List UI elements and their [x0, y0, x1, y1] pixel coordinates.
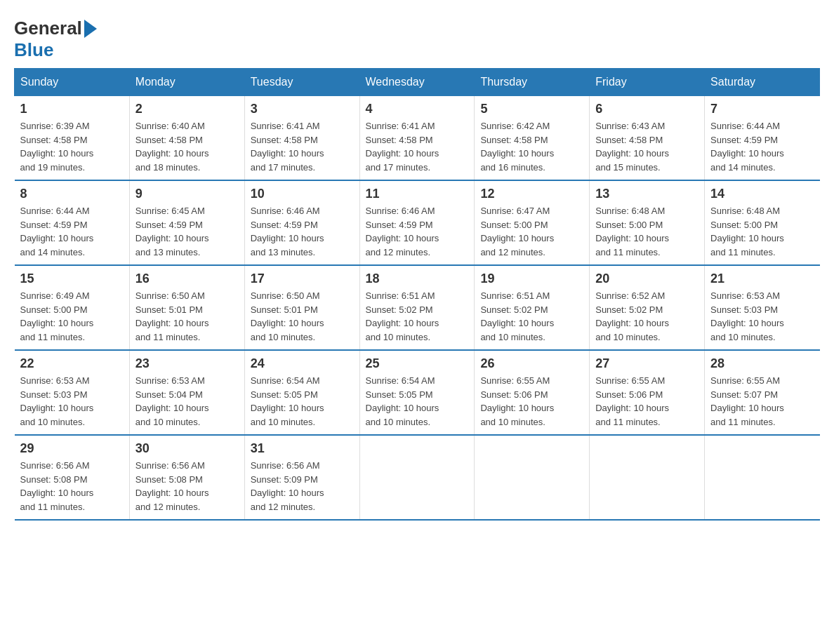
- days-of-week-row: SundayMondayTuesdayWednesdayThursdayFrid…: [15, 69, 820, 96]
- day-number: 3: [251, 102, 354, 116]
- day-number: 24: [251, 356, 354, 371]
- header-thursday: Thursday: [475, 69, 590, 96]
- calendar-cell: [475, 435, 590, 520]
- header-sunday: Sunday: [15, 69, 130, 96]
- calendar-cell: 15 Sunrise: 6:49 AM Sunset: 5:00 PM Dayl…: [15, 265, 130, 350]
- calendar-cell: 4 Sunrise: 6:41 AM Sunset: 4:58 PM Dayli…: [359, 96, 475, 181]
- week-row-5: 29 Sunrise: 6:56 AM Sunset: 5:08 PM Dayl…: [15, 435, 820, 520]
- day-info: Sunrise: 6:56 AM Sunset: 5:09 PM Dayligh…: [251, 459, 354, 514]
- day-info: Sunrise: 6:48 AM Sunset: 5:00 PM Dayligh…: [710, 204, 814, 259]
- day-number: 17: [251, 271, 354, 286]
- day-info: Sunrise: 6:46 AM Sunset: 4:59 PM Dayligh…: [251, 204, 354, 259]
- day-number: 1: [20, 102, 124, 116]
- day-info: Sunrise: 6:50 AM Sunset: 5:01 PM Dayligh…: [251, 289, 354, 344]
- calendar-cell: 18 Sunrise: 6:51 AM Sunset: 5:02 PM Dayl…: [359, 265, 475, 350]
- day-number: 10: [251, 187, 354, 201]
- calendar-cell: 9 Sunrise: 6:45 AM Sunset: 4:59 PM Dayli…: [129, 180, 244, 265]
- calendar-cell: 7 Sunrise: 6:44 AM Sunset: 4:59 PM Dayli…: [705, 96, 820, 181]
- day-info: Sunrise: 6:53 AM Sunset: 5:03 PM Dayligh…: [20, 374, 124, 429]
- week-row-3: 15 Sunrise: 6:49 AM Sunset: 5:00 PM Dayl…: [15, 265, 820, 350]
- day-number: 21: [710, 271, 814, 286]
- day-info: Sunrise: 6:55 AM Sunset: 5:06 PM Dayligh…: [595, 374, 699, 429]
- day-info: Sunrise: 6:53 AM Sunset: 5:03 PM Dayligh…: [710, 289, 814, 344]
- header-wednesday: Wednesday: [359, 69, 475, 96]
- calendar-cell: 29 Sunrise: 6:56 AM Sunset: 5:08 PM Dayl…: [15, 435, 130, 520]
- day-number: 8: [20, 187, 124, 201]
- day-info: Sunrise: 6:44 AM Sunset: 4:59 PM Dayligh…: [20, 204, 124, 259]
- calendar-cell: 30 Sunrise: 6:56 AM Sunset: 5:08 PM Dayl…: [129, 435, 244, 520]
- calendar-cell: [359, 435, 475, 520]
- calendar-cell: [590, 435, 705, 520]
- day-number: 19: [480, 271, 583, 286]
- calendar-cell: 23 Sunrise: 6:53 AM Sunset: 5:04 PM Dayl…: [129, 350, 244, 435]
- page-header: General Blue: [14, 14, 820, 61]
- calendar-body: 1 Sunrise: 6:39 AM Sunset: 4:58 PM Dayli…: [15, 96, 820, 521]
- day-info: Sunrise: 6:48 AM Sunset: 5:00 PM Dayligh…: [595, 204, 699, 259]
- day-info: Sunrise: 6:47 AM Sunset: 5:00 PM Dayligh…: [480, 204, 583, 259]
- calendar-cell: 28 Sunrise: 6:55 AM Sunset: 5:07 PM Dayl…: [705, 350, 820, 435]
- day-number: 29: [20, 441, 124, 456]
- day-info: Sunrise: 6:39 AM Sunset: 4:58 PM Dayligh…: [20, 119, 124, 174]
- week-row-2: 8 Sunrise: 6:44 AM Sunset: 4:59 PM Dayli…: [15, 180, 820, 265]
- calendar-cell: 31 Sunrise: 6:56 AM Sunset: 5:09 PM Dayl…: [244, 435, 359, 520]
- calendar-cell: [705, 435, 820, 520]
- calendar-cell: 2 Sunrise: 6:40 AM Sunset: 4:58 PM Dayli…: [129, 96, 244, 181]
- header-saturday: Saturday: [705, 69, 820, 96]
- day-info: Sunrise: 6:56 AM Sunset: 5:08 PM Dayligh…: [135, 459, 239, 514]
- calendar-cell: 20 Sunrise: 6:52 AM Sunset: 5:02 PM Dayl…: [590, 265, 705, 350]
- week-row-4: 22 Sunrise: 6:53 AM Sunset: 5:03 PM Dayl…: [15, 350, 820, 435]
- day-number: 26: [480, 356, 583, 371]
- calendar-cell: 19 Sunrise: 6:51 AM Sunset: 5:02 PM Dayl…: [475, 265, 590, 350]
- day-info: Sunrise: 6:46 AM Sunset: 4:59 PM Dayligh…: [366, 204, 469, 259]
- week-row-1: 1 Sunrise: 6:39 AM Sunset: 4:58 PM Dayli…: [15, 96, 820, 181]
- day-number: 15: [20, 271, 124, 286]
- day-info: Sunrise: 6:51 AM Sunset: 5:02 PM Dayligh…: [480, 289, 583, 344]
- day-info: Sunrise: 6:40 AM Sunset: 4:58 PM Dayligh…: [135, 119, 239, 174]
- calendar-cell: 6 Sunrise: 6:43 AM Sunset: 4:58 PM Dayli…: [590, 96, 705, 181]
- calendar-cell: 3 Sunrise: 6:41 AM Sunset: 4:58 PM Dayli…: [244, 96, 359, 181]
- calendar-cell: 5 Sunrise: 6:42 AM Sunset: 4:58 PM Dayli…: [475, 96, 590, 181]
- calendar-cell: 24 Sunrise: 6:54 AM Sunset: 5:05 PM Dayl…: [244, 350, 359, 435]
- day-info: Sunrise: 6:54 AM Sunset: 5:05 PM Dayligh…: [251, 374, 354, 429]
- day-info: Sunrise: 6:49 AM Sunset: 5:00 PM Dayligh…: [20, 289, 124, 344]
- calendar-cell: 27 Sunrise: 6:55 AM Sunset: 5:06 PM Dayl…: [590, 350, 705, 435]
- day-info: Sunrise: 6:41 AM Sunset: 4:58 PM Dayligh…: [251, 119, 354, 174]
- day-number: 30: [135, 441, 239, 456]
- day-info: Sunrise: 6:43 AM Sunset: 4:58 PM Dayligh…: [595, 119, 699, 174]
- day-number: 9: [135, 187, 239, 201]
- day-number: 7: [710, 102, 814, 116]
- day-number: 2: [135, 102, 239, 116]
- day-info: Sunrise: 6:44 AM Sunset: 4:59 PM Dayligh…: [710, 119, 814, 174]
- day-info: Sunrise: 6:51 AM Sunset: 5:02 PM Dayligh…: [366, 289, 469, 344]
- header-friday: Friday: [590, 69, 705, 96]
- calendar-cell: 14 Sunrise: 6:48 AM Sunset: 5:00 PM Dayl…: [705, 180, 820, 265]
- calendar-cell: 17 Sunrise: 6:50 AM Sunset: 5:01 PM Dayl…: [244, 265, 359, 350]
- day-number: 6: [595, 102, 699, 116]
- day-number: 12: [480, 187, 583, 201]
- day-info: Sunrise: 6:45 AM Sunset: 4:59 PM Dayligh…: [135, 204, 239, 259]
- calendar-cell: 21 Sunrise: 6:53 AM Sunset: 5:03 PM Dayl…: [705, 265, 820, 350]
- day-info: Sunrise: 6:56 AM Sunset: 5:08 PM Dayligh…: [20, 459, 124, 514]
- day-number: 28: [710, 356, 814, 371]
- calendar-table: SundayMondayTuesdayWednesdayThursdayFrid…: [14, 68, 820, 521]
- day-number: 5: [480, 102, 583, 116]
- calendar-cell: 1 Sunrise: 6:39 AM Sunset: 4:58 PM Dayli…: [15, 96, 130, 181]
- day-number: 22: [20, 356, 124, 371]
- day-number: 25: [366, 356, 469, 371]
- calendar-cell: 22 Sunrise: 6:53 AM Sunset: 5:03 PM Dayl…: [15, 350, 130, 435]
- calendar-cell: 26 Sunrise: 6:55 AM Sunset: 5:06 PM Dayl…: [475, 350, 590, 435]
- day-info: Sunrise: 6:54 AM Sunset: 5:05 PM Dayligh…: [366, 374, 469, 429]
- day-number: 27: [595, 356, 699, 371]
- calendar-cell: 8 Sunrise: 6:44 AM Sunset: 4:59 PM Dayli…: [15, 180, 130, 265]
- calendar-cell: 25 Sunrise: 6:54 AM Sunset: 5:05 PM Dayl…: [359, 350, 475, 435]
- day-number: 20: [595, 271, 699, 286]
- logo-blue-text: Blue: [14, 39, 53, 61]
- calendar-cell: 11 Sunrise: 6:46 AM Sunset: 4:59 PM Dayl…: [359, 180, 475, 265]
- day-number: 31: [251, 441, 354, 456]
- day-info: Sunrise: 6:53 AM Sunset: 5:04 PM Dayligh…: [135, 374, 239, 429]
- logo: General Blue: [14, 14, 97, 61]
- day-number: 16: [135, 271, 239, 286]
- day-number: 13: [595, 187, 699, 201]
- day-info: Sunrise: 6:55 AM Sunset: 5:07 PM Dayligh…: [710, 374, 814, 429]
- logo-triangle-icon: [84, 20, 97, 38]
